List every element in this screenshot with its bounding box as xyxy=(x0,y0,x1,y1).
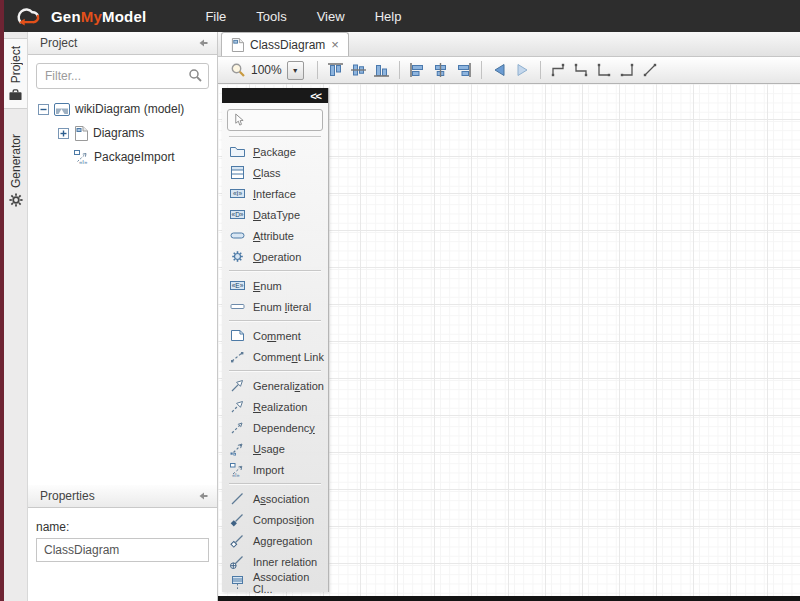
menu-file[interactable]: File xyxy=(190,2,241,31)
palette-item-label: Attribute xyxy=(253,230,294,242)
palette-item-composition[interactable]: Composition xyxy=(222,509,328,530)
palette-item-datatype[interactable]: «D»DataType xyxy=(222,204,328,225)
align-center-button[interactable] xyxy=(429,60,452,81)
package-icon xyxy=(229,144,246,159)
palette-item-dependency[interactable]: Dependency xyxy=(222,417,328,438)
menu-tools[interactable]: Tools xyxy=(241,2,301,31)
palette-item-label: Association Cl... xyxy=(253,571,328,595)
connector-corner-right-button[interactable] xyxy=(616,60,639,81)
svg-text:«I»: «I» xyxy=(79,159,88,165)
comment-link-icon xyxy=(229,349,246,364)
menu-help[interactable]: Help xyxy=(360,2,417,31)
palette-item-label: Aggregation xyxy=(253,535,312,547)
flip-right-button[interactable] xyxy=(511,60,534,81)
palette-item-comment[interactable]: Comment xyxy=(222,325,328,346)
properties-panel-title: Properties xyxy=(40,489,95,503)
properties-panel: Properties name: xyxy=(28,485,218,601)
operation-icon xyxy=(229,249,246,264)
palette-item-aggregation[interactable]: Aggregation xyxy=(222,530,328,551)
palette-item-association[interactable]: Association xyxy=(222,488,328,509)
palette-item-label: Realization xyxy=(253,401,307,413)
align-left-button[interactable] xyxy=(406,60,429,81)
connector-elbow-button[interactable] xyxy=(547,60,570,81)
plus-expander-icon[interactable] xyxy=(58,128,69,139)
tree-item-label: wikiDiagram (model) xyxy=(75,102,184,116)
svg-text:«I»: «I» xyxy=(233,190,242,197)
toolbar-separator xyxy=(540,61,541,79)
properties-panel-collapse-button[interactable] xyxy=(197,490,209,502)
connector-corner-left-button[interactable] xyxy=(593,60,616,81)
usage-icon xyxy=(229,441,246,456)
align-right-button[interactable] xyxy=(452,60,475,81)
palette-item-class[interactable]: Class xyxy=(222,162,328,183)
palette-item-import[interactable]: «I»Import xyxy=(222,459,328,480)
align-top-button[interactable] xyxy=(324,60,347,81)
toolbar-separator xyxy=(481,61,482,79)
briefcase-icon xyxy=(8,88,23,101)
palette-item-operation[interactable]: Operation xyxy=(222,246,328,267)
generalization-icon xyxy=(229,378,246,393)
palette-items: PackageClass«I»Interface«D»DataTypeAttri… xyxy=(222,136,328,593)
tree-item-packageimport[interactable]: «I»PackageImport xyxy=(28,145,217,169)
palette-item-comment-link[interactable]: Comment Link xyxy=(222,346,328,367)
dependency-icon xyxy=(229,420,246,435)
collapse-left-arrow-icon xyxy=(197,490,209,502)
zoom-magnifier-icon xyxy=(230,62,246,78)
sidebar-tab-generator[interactable]: Generator xyxy=(4,127,27,214)
palette-item-generalization[interactable]: Generalization xyxy=(222,375,328,396)
palette-item-label: Association xyxy=(253,493,309,505)
palette-item-enum-literal[interactable]: Enum literal xyxy=(222,296,328,317)
name-field[interactable] xyxy=(36,538,209,562)
project-panel-title: Project xyxy=(40,36,77,50)
minus-expander-icon[interactable] xyxy=(38,104,49,115)
sidebar-tab-project[interactable]: Project xyxy=(4,38,27,109)
import-icon: «I» xyxy=(229,462,246,477)
project-panel: Project wikiDiagram (model)Diagrams«I»Pa… xyxy=(28,32,218,485)
palette-item-label: Operation xyxy=(253,251,301,263)
tab-close-button[interactable]: × xyxy=(331,38,339,51)
palette-item-realization[interactable]: Realization xyxy=(222,396,328,417)
align-bottom-button[interactable] xyxy=(370,60,393,81)
connector-zigzag-button[interactable] xyxy=(570,60,593,81)
side-tab-strip: Project Generator xyxy=(4,32,28,601)
project-panel-collapse-button[interactable] xyxy=(197,37,209,49)
palette-item-package[interactable]: Package xyxy=(222,141,328,162)
palette-item-label: Comment Link xyxy=(253,351,324,363)
tab-classdiagram[interactable]: ClassDiagram × xyxy=(221,32,349,56)
svg-text:«E»: «E» xyxy=(232,282,244,289)
palette-item-label: Dependency xyxy=(253,422,315,434)
palette-selection-tool[interactable] xyxy=(227,109,323,131)
palette-item-label: Package xyxy=(253,146,296,158)
palette-collapse-button[interactable]: << xyxy=(310,90,321,102)
properties-body: name: xyxy=(28,508,217,562)
name-field-label: name: xyxy=(36,520,209,534)
realization-icon xyxy=(229,399,246,414)
palette-item-inner-relation[interactable]: Inner relation xyxy=(222,551,328,572)
connector-straight-button[interactable] xyxy=(639,60,662,81)
expander-spacer xyxy=(58,152,69,163)
genmymodel-brand: GenMyModel xyxy=(12,5,146,28)
palette-item-label: Usage xyxy=(253,443,285,455)
filter-input[interactable] xyxy=(36,63,209,89)
tree-item-wikidiagram-model[interactable]: wikiDiagram (model) xyxy=(28,97,217,121)
palette-item-association-cl[interactable]: Association Cl... xyxy=(222,572,328,593)
palette-item-label: Composition xyxy=(253,514,314,526)
model-icon xyxy=(54,103,70,116)
tree-item-diagrams[interactable]: Diagrams xyxy=(28,121,217,145)
palette-item-interface[interactable]: «I»Interface xyxy=(222,183,328,204)
gear-icon xyxy=(9,193,23,207)
palette-header: << xyxy=(222,88,328,103)
palette-item-label: Generalization xyxy=(253,380,324,392)
toolbar-buttons xyxy=(311,60,662,81)
palette-item-attribute[interactable]: Attribute xyxy=(222,225,328,246)
align-middle-button[interactable] xyxy=(347,60,370,81)
search-icon xyxy=(188,68,203,87)
flip-left-button[interactable] xyxy=(488,60,511,81)
palette-item-usage[interactable]: Usage xyxy=(222,438,328,459)
aggregation-icon xyxy=(229,533,246,548)
menu-view[interactable]: View xyxy=(302,2,360,31)
zoom-value: 100% xyxy=(251,63,282,77)
palette-item-enum[interactable]: «E»Enum xyxy=(222,275,328,296)
zoom-dropdown-button[interactable]: ▼ xyxy=(287,61,304,80)
diagram-page-icon xyxy=(74,126,88,141)
